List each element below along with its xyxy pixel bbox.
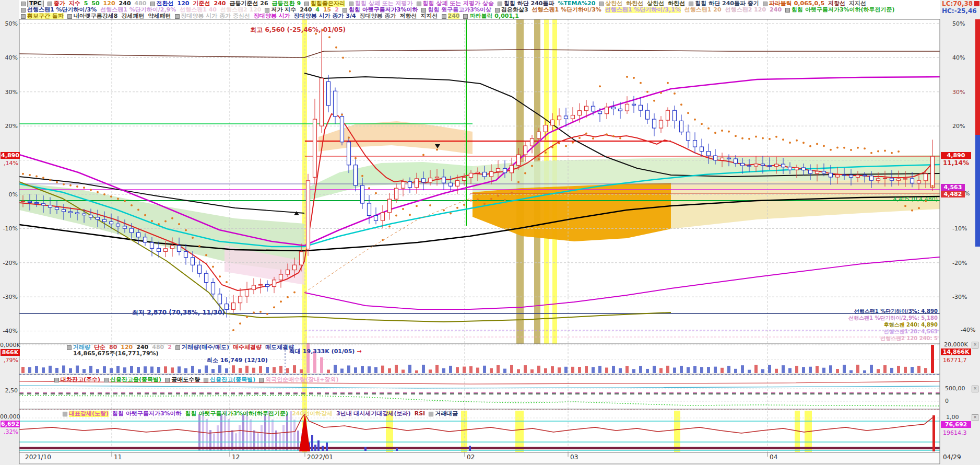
indicator-legend-item[interactable]: 상한선: [605, 1, 622, 7]
indicator-legend-item[interactable]: 힘힘 상폐 또는 저평가: [355, 1, 413, 7]
indicator-legend-item[interactable]: 선행스팬1 %단기하이/3%: [27, 7, 97, 13]
indicator-legend-item[interactable]: 지수: [69, 1, 80, 7]
indicator-legend-item[interactable]: 120: [178, 1, 190, 7]
indicator-legend-item[interactable]: 장대양봉 종가: [360, 13, 396, 19]
legend-bullet-icon: [495, 8, 500, 13]
indicator-legend-item[interactable]: TPC: [27, 1, 44, 7]
indicator-legend-item[interactable]: 힘힘 하단 240돌파: [504, 1, 554, 7]
legend-row-2: 선행스팬1 %단기하이/3%선행스팬1 %단기하이/2,9%선행스팬1 40선행…: [21, 7, 939, 13]
pane4-legend-item[interactable]: 3년내 대시세기대강세(보라): [336, 411, 411, 417]
volume-legend-item[interactable]: 매수체결량: [233, 344, 262, 351]
indicator-legend-item[interactable]: 선행스팬2 120: [725, 7, 766, 13]
indicator-legend-item[interactable]: 50: [91, 1, 99, 7]
legend-bullet-icon: [21, 8, 26, 13]
indicator-legend-item[interactable]: 하한선: [626, 1, 643, 7]
pane4-legend-item[interactable]: 240선이하강세: [292, 411, 333, 417]
indicator-legend-item[interactable]: 240: [448, 13, 460, 19]
legend-bullet-icon: [429, 412, 433, 416]
annotation-period-high: 최고 6,560 (-25,46%, 01/05): [209, 26, 346, 34]
indicator-legend-item[interactable]: 검은화살3: [501, 7, 528, 13]
indicator-legend-item[interactable]: 240: [119, 1, 131, 7]
indicator-legend-item[interactable]: 상한선: [647, 1, 664, 7]
legend-bullet-icon: [175, 14, 180, 19]
indicator-legend-item[interactable]: 240: [300, 7, 312, 13]
legend-bullet-icon: [599, 2, 604, 6]
indicator-legend-item[interactable]: 장대양봉 시가 종가 중심선: [181, 13, 251, 19]
indicator-legend-item[interactable]: 힘힘 하단 240돌파 중기: [695, 1, 759, 7]
annotation-period-low: 최저 2,870 (70,38%, 11/30): [132, 308, 225, 317]
indicator-legend-item[interactable]: 힘힘 윗구름고가3%이상: [428, 7, 491, 13]
indicator-legend-item[interactable]: 장대양봉 시가: [254, 13, 290, 19]
legend-bullet-icon: [498, 2, 502, 6]
pane3-legend-item[interactable]: 신용잔고(종목별): [210, 377, 255, 383]
legend-bullet-icon: [204, 378, 208, 382]
indicator-legend-item[interactable]: 내아랫구름강세8: [74, 13, 118, 19]
indicator-legend-item[interactable]: 선행스팬1 20: [684, 7, 722, 13]
indicator-legend-item[interactable]: 15: [323, 7, 331, 13]
pane4-legend-item[interactable]: RSI: [415, 411, 426, 417]
indicator-legend-item[interactable]: 5: [84, 1, 88, 7]
indicator-legend-item[interactable]: 선행스팬1 %단기하이/3,1%: [605, 7, 681, 13]
pane3-legend-item[interactable]: 대차잔고(주수): [61, 377, 100, 383]
volume-legend-item[interactable]: 80: [109, 344, 117, 351]
pane4-legend-item[interactable]: 거래대금: [435, 411, 458, 417]
indicator-legend-item[interactable]: 힘힘좋은자리: [311, 1, 345, 7]
indicator-legend-item[interactable]: 저항선: [828, 1, 845, 7]
indicator-legend-item[interactable]: 힘힘 상폐 또는 저평가 상승: [423, 1, 494, 7]
indicator-legend-item[interactable]: 급등기준선 26: [229, 1, 268, 7]
indicator-legend-item[interactable]: 횡보구간 돌파: [27, 13, 64, 19]
indicator-legend-item[interactable]: 약세패턴: [148, 13, 171, 19]
indicator-legend-item[interactable]: 저가 지수: [271, 7, 296, 13]
indicator-legend-item[interactable]: %TEMA%20: [558, 1, 596, 7]
indicator-legend-item[interactable]: 지지선: [849, 1, 866, 7]
indicator-legend-item[interactable]: 선행스팬1 %단기하이/2,9%: [100, 7, 176, 13]
volume-legend-item[interactable]: 2: [168, 344, 172, 351]
indicator-legend-item[interactable]: 파라볼릭 0,065,0,5: [769, 1, 824, 7]
indicator-legend-item[interactable]: 하한선: [668, 1, 685, 7]
indicator-legend-item[interactable]: 강세패턴: [122, 13, 145, 19]
legend-bullet-icon: [67, 14, 72, 19]
volume-legend-item[interactable]: 매도체결량: [265, 344, 294, 351]
legend-bullet-icon: [67, 345, 72, 350]
legend-bullet-icon: [150, 2, 155, 6]
indicator-legend-item[interactable]: 120: [103, 1, 115, 7]
pane3-legend-item[interactable]: 공매도수량: [171, 377, 200, 383]
indicator-legend-item[interactable]: 힘힘 아랫구름저가3%이하(하루전기준): [792, 7, 895, 13]
legend-bullet-icon: [48, 2, 52, 6]
pane4-legend-item[interactable]: 대표강세(노랑): [69, 411, 109, 417]
indicator-legend-item[interactable]: 저항선: [400, 13, 417, 19]
indicator-legend-item[interactable]: 선행스팬1 40: [180, 7, 217, 13]
pane4-legend-item[interactable]: 힘힘 아랫구름저가3%이하: [112, 411, 182, 417]
indicator-legend-item[interactable]: 힘힘 아랫구름저가3%이하: [349, 7, 418, 13]
legend-bullet-icon: [21, 14, 26, 19]
indicator-legend-item[interactable]: 기준선: [193, 1, 210, 7]
indicator-legend-item[interactable]: 파라볼릭 0,001,1: [469, 13, 518, 19]
volume-legend-item[interactable]: 240: [136, 344, 148, 351]
indicator-legend-item[interactable]: 240: [214, 1, 226, 7]
range-strip-blue: [975, 135, 980, 247]
indicator-legend-item[interactable]: 장대양봉 시가 종가 3/4: [294, 13, 356, 19]
indicator-legend-item[interactable]: 종가: [54, 1, 65, 7]
indicator-legend-item[interactable]: 480: [135, 1, 147, 7]
trading-value-spike: [932, 415, 935, 451]
indicator-legend-item[interactable]: 선행스팬1 %단기하이/3%: [532, 7, 601, 13]
legend-bullet-icon: [165, 378, 170, 382]
indicator-legend-item[interactable]: 지지선: [421, 13, 438, 19]
indicator-legend-item[interactable]: 240: [770, 7, 782, 13]
volume-legend-item[interactable]: 단순: [94, 344, 105, 351]
indicator-legend-item[interactable]: 선행스팬2 120: [220, 7, 261, 13]
volume-legend-item[interactable]: 거래량: [73, 344, 90, 351]
pane4-legend-item[interactable]: 힘힘 아랫구름저가3%이하(하루전기준): [185, 411, 289, 417]
indicator-legend-item[interactable]: 2: [335, 7, 339, 13]
volume-legend-item[interactable]: 120: [121, 344, 133, 351]
pane3-legend-item[interactable]: 외국인순매수량(장내+장외): [265, 377, 338, 383]
volume-legend-item[interactable]: 거래량(매수/매도): [182, 344, 229, 351]
indicator-legend-item[interactable]: 전환선: [157, 1, 174, 7]
volume-legend-item[interactable]: 480: [152, 344, 164, 351]
pane3-legend-item[interactable]: 신용잔고율(종목별): [110, 377, 161, 383]
pane4-legend: 대표강세(노랑)힘힘 아랫구름저가3%이하힘힘 아랫구름저가3%이하(하루전기준…: [63, 411, 980, 417]
chart-canvas[interactable]: [0, 0, 980, 465]
indicator-legend-item[interactable]: 4: [315, 7, 320, 13]
corner-red-marker: [974, 1, 979, 6]
indicator-legend-item[interactable]: 급등전환 9: [272, 1, 301, 7]
